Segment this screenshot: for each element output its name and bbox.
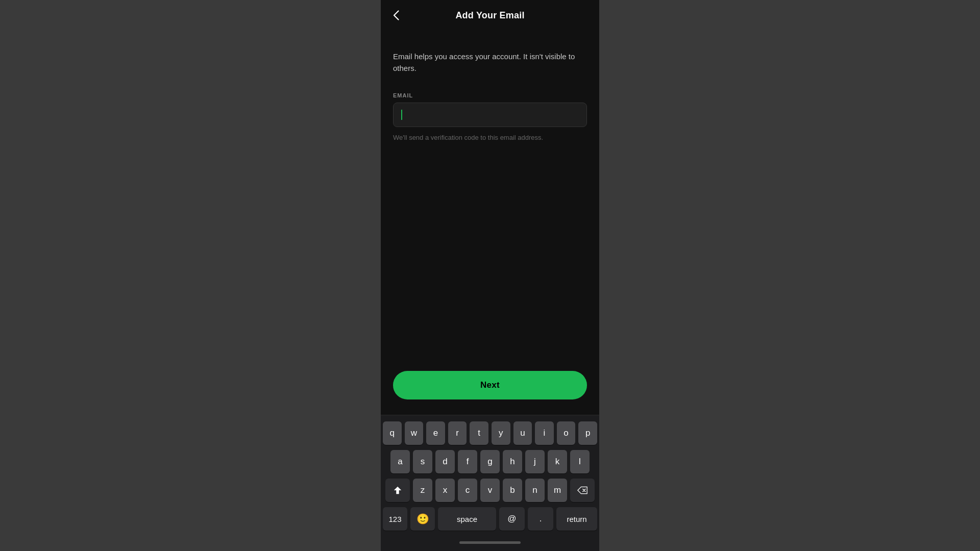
key-l[interactable]: l [570,450,590,473]
keyboard-row-2: a s d f g h j k l [383,450,597,473]
space-key[interactable]: space [438,507,496,531]
return-key[interactable]: return [556,507,597,531]
key-y[interactable]: y [492,421,510,445]
backspace-key[interactable] [570,479,595,502]
spacer [393,142,587,371]
app-bar: Add Your Email [381,0,599,31]
bottom-bar-indicator [381,534,599,551]
key-v[interactable]: v [480,479,500,502]
key-w[interactable]: w [405,421,424,445]
key-c[interactable]: c [458,479,477,502]
page-title: Add Your Email [455,10,524,21]
key-x[interactable]: x [435,479,455,502]
at-key[interactable]: @ [499,507,525,531]
description-text: Email helps you access your account. It … [393,51,587,74]
keyboard: q w e r t y u i o p a s d f g h j k l [381,415,599,534]
key-e[interactable]: e [426,421,445,445]
keyboard-row-3: z x c v b n m [383,479,597,502]
email-input-wrapper [393,103,587,127]
email-label: EMAIL [393,92,587,98]
key-a[interactable]: a [390,450,410,473]
key-k[interactable]: k [548,450,567,473]
period-key[interactable]: . [528,507,553,531]
key-q[interactable]: q [383,421,402,445]
home-indicator [459,541,521,544]
email-input[interactable] [393,103,587,127]
key-u[interactable]: u [513,421,532,445]
key-n[interactable]: n [525,479,545,502]
verification-hint: We'll send a verification code to this e… [393,133,587,142]
key-j[interactable]: j [525,450,545,473]
phone-container: Add Your Email Email helps you access yo… [381,0,599,551]
key-z[interactable]: z [413,479,432,502]
key-m[interactable]: m [548,479,567,502]
numbers-key[interactable]: 123 [383,507,407,531]
keyboard-row-1: q w e r t y u i o p [383,421,597,445]
shift-key[interactable] [385,479,410,502]
key-g[interactable]: g [480,450,500,473]
key-i[interactable]: i [535,421,554,445]
text-cursor [401,110,402,120]
key-b[interactable]: b [503,479,522,502]
key-h[interactable]: h [503,450,522,473]
key-t[interactable]: t [470,421,488,445]
key-p[interactable]: p [578,421,597,445]
back-button[interactable] [391,8,401,22]
next-button[interactable]: Next [393,371,587,399]
keyboard-row-4: 123 🙂 space @ . return [383,507,597,531]
key-o[interactable]: o [557,421,576,445]
key-r[interactable]: r [448,421,467,445]
key-f[interactable]: f [458,450,477,473]
main-content: Email helps you access your account. It … [381,31,599,415]
emoji-key[interactable]: 🙂 [410,507,435,531]
key-d[interactable]: d [435,450,455,473]
key-s[interactable]: s [413,450,432,473]
